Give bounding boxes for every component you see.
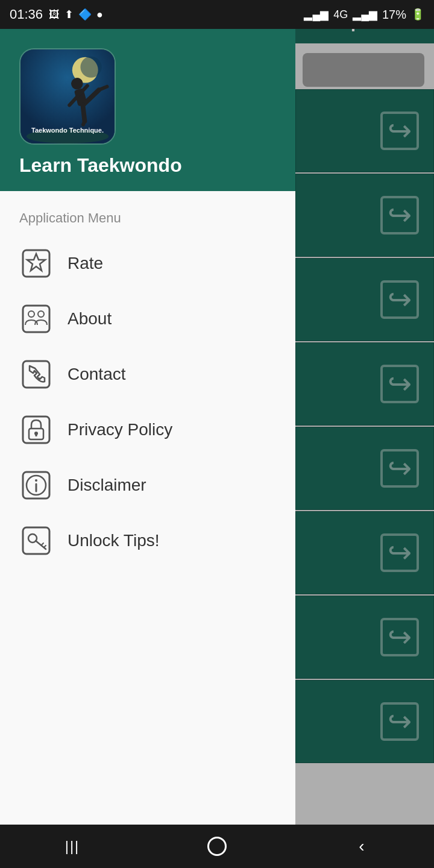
key-icon [19,524,53,558]
status-bar: 01:36 🖼 ⬆ 🔷 ● ▂▄▆ 4G ▂▄▆ 17% 🔋 [0,0,434,29]
status-right: ▂▄▆ 4G ▂▄▆ 17% 🔋 [304,8,424,22]
nav-home-button[interactable] [193,832,241,861]
image-icon: 🖼 [49,8,60,21]
menu-disclaimer-label: Disclaimer [68,476,146,495]
star-icon [19,247,53,280]
app-icon-status: 🔷 [78,8,92,21]
svg-line-29 [42,543,43,545]
menu-item-unlock[interactable]: Unlock Tips! [0,513,295,568]
people-icon [19,302,53,336]
nav-back-button[interactable]: ‹ [338,832,386,861]
menu-item-contact[interactable]: Contact [0,347,295,402]
svg-point-16 [38,311,44,317]
svg-line-9 [83,121,86,125]
svg-point-24 [35,479,37,482]
svg-rect-14 [23,306,49,332]
battery-icon: 🔋 [411,8,424,21]
menu-item-about[interactable]: About [0,291,295,347]
menu-unlock-label: Unlock Tips! [68,531,160,550]
menu-item-disclaimer[interactable]: Disclaimer [0,458,295,513]
menu-contact-label: Contact [68,365,126,384]
menu-rate-label: Rate [68,254,103,273]
drawer-header: Taekwondo Technique. Learn Taekwondo [0,29,295,191]
signal-icon-2: ▂▄▆ [353,8,377,21]
app-icon-text: Taekwondo Technique. [20,127,115,134]
drawer-menu: Application Menu Rate [0,191,295,825]
menu-lines-icon: ||| [65,838,80,855]
menu-item-privacy[interactable]: Privacy Policy [0,402,295,458]
signal-icon: ▂▄▆ [304,8,329,21]
info-icon [19,468,53,502]
nav-menu-button[interactable]: ||| [48,832,96,861]
menu-privacy-label: Privacy Policy [68,420,172,439]
svg-line-28 [36,541,46,549]
data-type: 4G [333,8,348,21]
svg-marker-13 [27,254,45,271]
contact-icon [19,357,53,391]
lock-icon [19,413,53,447]
home-circle-icon [207,837,227,856]
drawer-overlay[interactable] [295,29,434,825]
notification-dot: ● [96,8,103,21]
menu-about-label: About [68,309,112,329]
svg-point-2 [80,57,101,78]
back-chevron-icon: ‹ [359,837,364,856]
menu-item-rate[interactable]: Rate [0,236,295,291]
status-left: 01:36 🖼 ⬆ 🔷 ● [10,7,103,22]
svg-point-15 [28,311,34,317]
svg-line-30 [44,546,46,547]
status-time: 01:36 [10,7,43,22]
svg-rect-21 [36,433,37,436]
menu-section-label: Application Menu [0,206,295,236]
app-icon: Taekwondo Technique. [19,48,116,145]
sidebar-drawer: Taekwondo Technique. Learn Taekwondo App… [0,29,295,825]
status-icons: 🖼 ⬆ 🔷 ● [49,8,103,21]
upload-icon: ⬆ [64,8,74,21]
drawer-app-name: Learn Taekwondo [19,154,182,177]
nav-bar: ||| ‹ [0,825,434,868]
battery-level: 17% [382,8,406,22]
